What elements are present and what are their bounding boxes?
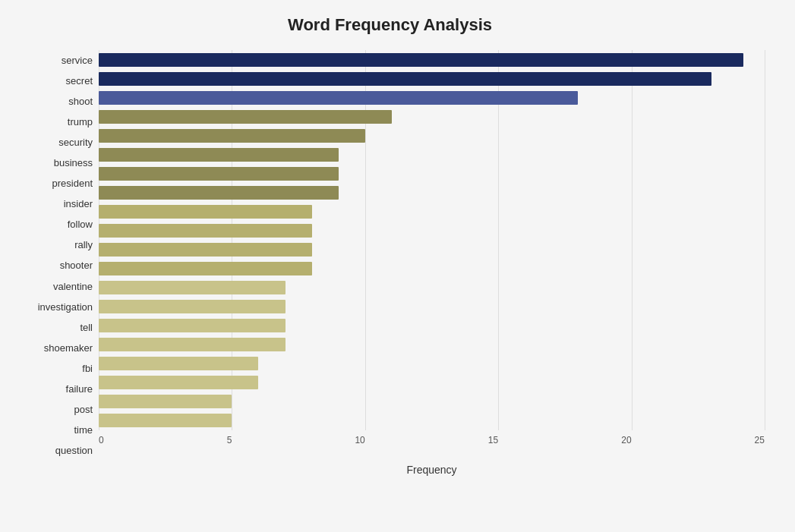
y-axis-label: service: [15, 55, 93, 65]
y-axis-label: time: [15, 425, 93, 435]
y-axis-label: secret: [15, 76, 93, 86]
bar: [99, 262, 312, 275]
y-axis-label: rally: [15, 240, 93, 250]
bar-row: [99, 204, 765, 219]
plot-area: 0510152025 Frequency: [99, 50, 765, 461]
y-axis-label: trump: [15, 117, 93, 127]
bar-row: [99, 52, 765, 68]
x-tick: 10: [355, 435, 364, 461]
bar: [99, 167, 339, 181]
bar-row: [99, 318, 765, 333]
x-tick: 25: [755, 435, 765, 461]
y-axis-label: tell: [15, 323, 93, 332]
bars-container: [99, 50, 765, 430]
bar-row: [99, 90, 765, 105]
bar: [99, 357, 258, 370]
x-tick: 15: [488, 435, 498, 461]
y-axis-label: security: [15, 137, 93, 147]
bar-row: [99, 71, 765, 87]
bar: [99, 205, 312, 219]
bar: [99, 148, 339, 162]
y-axis-label: shooter: [15, 260, 93, 270]
y-axis-label: shoemaker: [15, 343, 93, 353]
bar-row: [99, 223, 765, 238]
chart-area: servicesecretshoottrumpsecuritybusinessp…: [15, 50, 765, 461]
y-axis-label: shoot: [15, 96, 93, 106]
y-axis-label: investigation: [15, 302, 93, 312]
bar-row: [99, 413, 765, 428]
y-axis-label: valentine: [15, 282, 93, 291]
bar-row: [99, 109, 765, 124]
bar-row: [99, 280, 765, 295]
x-tick: 20: [621, 435, 631, 461]
bar-row: [99, 337, 765, 352]
bar: [99, 186, 339, 200]
y-axis-label: president: [15, 178, 93, 188]
x-tick: 0: [99, 435, 104, 461]
bar: [99, 319, 286, 332]
bar-row: [99, 375, 765, 390]
y-axis-label: insider: [15, 199, 93, 209]
bar-row: [99, 147, 765, 162]
bar-row: [99, 261, 765, 276]
x-tick: 5: [227, 435, 232, 461]
y-axis: servicesecretshoottrumpsecuritybusinessp…: [15, 50, 99, 461]
x-axis: 0510152025: [99, 435, 765, 461]
x-axis-label: Frequency: [99, 464, 765, 476]
bar: [99, 414, 232, 427]
chart-container: Word Frequency Analysis servicesecretsho…: [0, 0, 795, 532]
bar: [99, 72, 711, 86]
bar: [99, 338, 286, 351]
bar: [99, 243, 312, 257]
y-axis-label: failure: [15, 384, 93, 394]
y-axis-label: post: [15, 405, 93, 414]
bar: [99, 395, 232, 408]
y-axis-label: business: [15, 158, 93, 168]
chart-title: Word Frequency Analysis: [15, 15, 765, 35]
bar: [99, 129, 365, 143]
bar: [99, 281, 286, 294]
bar-row: [99, 185, 765, 200]
bar-row: [99, 242, 765, 257]
bar-row: [99, 356, 765, 371]
bar-row: [99, 394, 765, 409]
bar: [99, 110, 392, 124]
bar: [99, 224, 312, 238]
y-axis-label: question: [15, 445, 93, 455]
y-axis-label: fbi: [15, 364, 93, 373]
grid-line: [765, 50, 765, 430]
bar: [99, 91, 578, 105]
bar-row: [99, 128, 765, 143]
bar: [99, 300, 286, 313]
bar: [99, 53, 743, 67]
y-axis-label: follow: [15, 219, 93, 229]
bar-row: [99, 299, 765, 314]
bar: [99, 376, 258, 389]
bar-row: [99, 166, 765, 181]
